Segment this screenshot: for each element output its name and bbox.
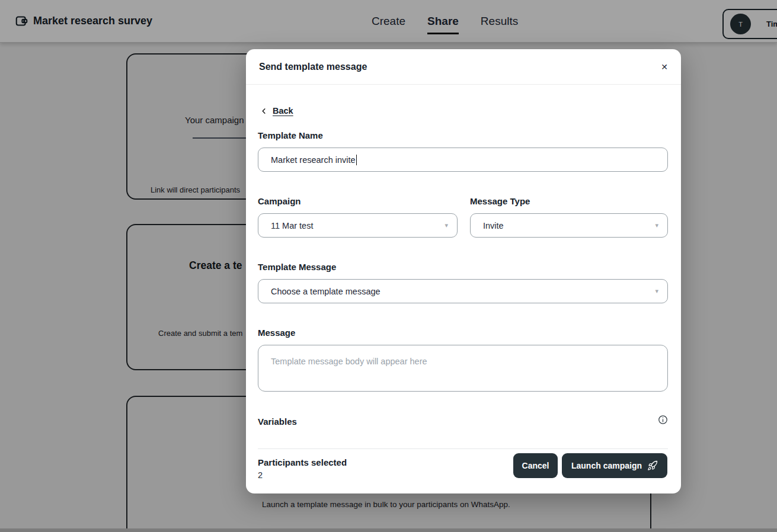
- campaign-select[interactable]: 11 Mar test ▾: [258, 213, 458, 238]
- cancel-button[interactable]: Cancel: [513, 453, 558, 478]
- message-textarea[interactable]: Template message body will appear here: [258, 345, 668, 392]
- template-message-label: Template Message: [258, 262, 336, 272]
- chevron-down-icon: ▾: [445, 222, 448, 229]
- back-button[interactable]: Back: [261, 106, 293, 116]
- launch-campaign-button[interactable]: Launch campaign: [562, 453, 667, 478]
- template-message-placeholder: Choose a template message: [271, 287, 380, 296]
- footer-divider: [258, 448, 668, 449]
- info-icon: [658, 418, 668, 427]
- variables-info-button[interactable]: [658, 415, 668, 425]
- template-message-select[interactable]: Choose a template message ▾: [258, 279, 668, 303]
- campaign-selected-value: 11 Mar test: [271, 221, 313, 230]
- launch-campaign-label: Launch campaign: [571, 461, 642, 470]
- participants-selected-label: Participants selected: [258, 457, 347, 467]
- modal-title: Send template message: [259, 62, 367, 72]
- message-type-label: Message Type: [470, 196, 530, 206]
- message-placeholder: Template message body will appear here: [271, 357, 427, 366]
- close-icon[interactable]: ✕: [661, 63, 668, 71]
- message-type-selected-value: Invite: [483, 221, 504, 230]
- chevron-left-icon: [261, 108, 267, 114]
- message-label: Message: [258, 328, 295, 338]
- participants-selected-count: 2: [258, 470, 263, 480]
- message-type-select[interactable]: Invite ▾: [470, 213, 668, 238]
- variables-label: Variables: [258, 416, 297, 427]
- send-template-message-modal: Send template message ✕ Back Template Na…: [246, 49, 681, 493]
- template-name-input[interactable]: Market research invite: [258, 148, 668, 172]
- chevron-down-icon: ▾: [655, 222, 658, 229]
- rocket-icon: [647, 460, 658, 471]
- template-name-value: Market research invite: [271, 155, 356, 165]
- campaign-label: Campaign: [258, 196, 301, 206]
- back-label: Back: [273, 106, 293, 116]
- chevron-down-icon: ▾: [655, 287, 658, 295]
- text-cursor: [356, 155, 357, 165]
- modal-header: Send template message ✕: [246, 49, 681, 85]
- template-name-label: Template Name: [258, 130, 323, 140]
